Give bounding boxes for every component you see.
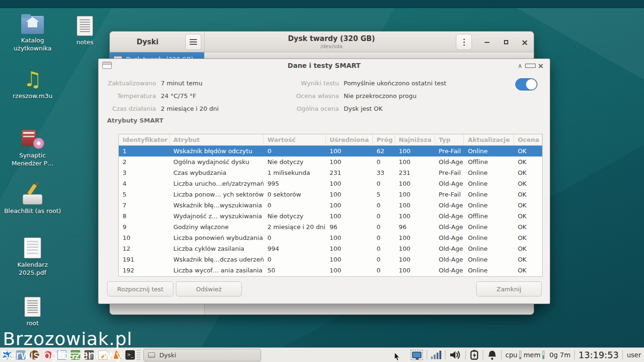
notifications-bell-icon[interactable] [487, 350, 497, 360]
pdf-document-icon [3, 237, 62, 258]
table-cell: 231 [326, 167, 373, 178]
task-button-disks[interactable]: Dyski [143, 349, 261, 362]
table-cell: Old-Age [435, 178, 464, 189]
table-cell: 0 [373, 222, 395, 232]
table-cell: 100 [326, 146, 373, 156]
desktop-icon-calendar-pdf[interactable]: Kalendarz 2025.pdf [3, 237, 62, 277]
clock[interactable]: 13:19:53 [578, 350, 619, 360]
table-cell: Pre-Fail [435, 189, 464, 200]
column-header[interactable]: Identyfikator [119, 134, 170, 145]
column-header[interactable]: Uśredniona [326, 134, 373, 145]
info-value: Pomyślnie ukończono ostatni test [344, 80, 446, 87]
desktop-icon-playlist[interactable]: ♫ rzeszow.m3u [3, 68, 62, 100]
table-cell: OK [514, 178, 542, 189]
table-cell: 0 [264, 200, 326, 211]
refresh-button[interactable]: Odśwież [176, 281, 242, 296]
table-cell: 2 miesiące i 20 dni [264, 222, 326, 232]
table-cell: Old-Age [435, 254, 464, 265]
table-cell: 100 [326, 189, 373, 200]
table-row[interactable]: 7Wskaźnik błę…wyszukiwania01000100Old-Ag… [119, 200, 542, 211]
table-cell: 10 [119, 232, 170, 243]
window-subtitle: /dev/sda [320, 43, 342, 49]
info-row: Ocena własna Nie przekroczono progu [278, 90, 416, 102]
mem-monitor-label[interactable]: mem [523, 351, 540, 359]
table-cell: Nie dotyczy [264, 211, 326, 222]
column-header[interactable]: Ocena [514, 134, 542, 145]
disks-titlebar[interactable]: Dyski Dysk twardy (320 GB) /dev/sda × [110, 32, 534, 52]
network-signal-icon[interactable] [431, 351, 441, 359]
table-cell: Liczba cyklów zasilania [170, 243, 264, 254]
table-cell: 96 [326, 222, 373, 232]
desktop-icon-bleachbit[interactable]: BleachBit (as root) [3, 183, 62, 215]
table-row[interactable]: 191Wskaźnik błę…dczas uderzeń01000100Old… [119, 254, 542, 265]
shade-button[interactable]: ∧ [515, 62, 525, 69]
table-cell: 100 [395, 200, 435, 211]
table-row[interactable]: 5Liczba ponow… ych sektorów0 sektorów100… [119, 189, 542, 200]
desktop-icon-synaptic[interactable]: Synaptic Menedżer P… [3, 127, 62, 167]
table-row[interactable]: 3Czas wybudzania1 milisekunda23133231Pre… [119, 167, 542, 178]
table-cell: Old-Age [435, 200, 464, 211]
disks-app-icon [148, 353, 155, 358]
smart-toggle-switch[interactable] [515, 78, 537, 90]
close-button[interactable]: × [536, 61, 546, 70]
table-cell: 2 [119, 156, 170, 167]
table-row[interactable]: 8Wydajność z… wyszukiwaniaNie dotyczy100… [119, 211, 542, 222]
table-row[interactable]: 2Ogólna wydajność dyskuNie dotyczy100010… [119, 156, 542, 167]
table-cell: 192 [119, 265, 170, 276]
table-cell: 9 [119, 222, 170, 232]
start-test-button[interactable]: Rozpocznij test [107, 281, 173, 296]
desktop-icon-home-folder[interactable]: Katalog użytkownika [3, 12, 62, 52]
table-cell: 100 [326, 265, 373, 276]
column-header[interactable]: Próg [373, 134, 395, 145]
desktop-icon-label: Synaptic Menedżer P… [3, 151, 62, 167]
close-button[interactable]: × [515, 37, 534, 47]
table-cell: Online [464, 189, 514, 200]
table-cell: 100 [395, 178, 435, 189]
table-cell: 1 [119, 146, 170, 156]
table-cell: 100 [326, 232, 373, 243]
column-header[interactable]: Aktualizacje [464, 134, 514, 145]
info-label: Temperatura [99, 92, 156, 99]
table-row[interactable]: 12Liczba cyklów zasilania9941000100Old-A… [119, 243, 542, 254]
kebab-menu-button[interactable] [456, 34, 472, 50]
table-cell: Offline [464, 156, 514, 167]
table-row[interactable]: 10Liczba ponowień wybudzania01000100Old-… [119, 232, 542, 243]
maximize-button[interactable] [496, 38, 515, 46]
display-tray-icon[interactable] [411, 350, 423, 360]
table-cell: 62 [373, 146, 395, 156]
info-value: 7 minut temu [161, 80, 202, 87]
desktop-icon-notes[interactable]: notes [56, 14, 114, 46]
table-cell: OK [514, 265, 542, 276]
table-cell: 100 [326, 178, 373, 189]
smart-attributes-table[interactable]: IdentyfikatorAtrybutWartośćUśrednionaPró… [118, 134, 543, 277]
table-row[interactable]: 192Liczba wycof… ania zasilania501000100… [119, 265, 542, 276]
volume-icon[interactable] [449, 350, 462, 360]
column-header[interactable]: Typ [435, 134, 464, 145]
table-row[interactable]: 9Godziny włączone2 miesiące i 20 dni9609… [119, 222, 542, 232]
table-cell: 0 [373, 243, 395, 254]
column-header[interactable]: Wartość [264, 134, 326, 145]
table-cell: Online [464, 232, 514, 243]
app-title: Dyski [110, 38, 185, 46]
hamburger-menu-button[interactable] [185, 34, 201, 50]
table-cell: Liczba ponow… ych sektorów [170, 189, 264, 200]
maximize-button[interactable] [525, 62, 536, 69]
launcher-terminal-icon[interactable]: >_ [125, 350, 135, 360]
table-row[interactable]: 1Wskaźnik błędów odczytu010062100Pre-Fai… [119, 146, 542, 156]
battery-icon[interactable] [470, 350, 479, 360]
cpu-monitor-label[interactable]: cpu [505, 351, 517, 359]
column-header[interactable]: Najniższa [395, 134, 435, 145]
smart-dialog-titlebar[interactable]: Dane i testy SMART ∧ × [99, 59, 550, 72]
column-header[interactable]: Atrybut [170, 134, 264, 145]
info-label: Wyniki testu [278, 80, 339, 87]
desktop-icon-root[interactable]: root [3, 295, 62, 327]
info-value: Nie przekroczono progu [344, 92, 416, 99]
minimize-button[interactable] [478, 38, 496, 46]
table-cell: 96 [395, 222, 435, 232]
info-label: Ocena własna [278, 92, 339, 99]
user-label[interactable]: user [627, 351, 641, 359]
table-cell: 1 milisekunda [264, 167, 326, 178]
table-row[interactable]: 4Liczba urucho…eń/zatrzymań9951000100Old… [119, 178, 542, 189]
close-dialog-button[interactable]: Zamknij [476, 281, 542, 296]
music-note-icon: ♫ [3, 68, 62, 90]
